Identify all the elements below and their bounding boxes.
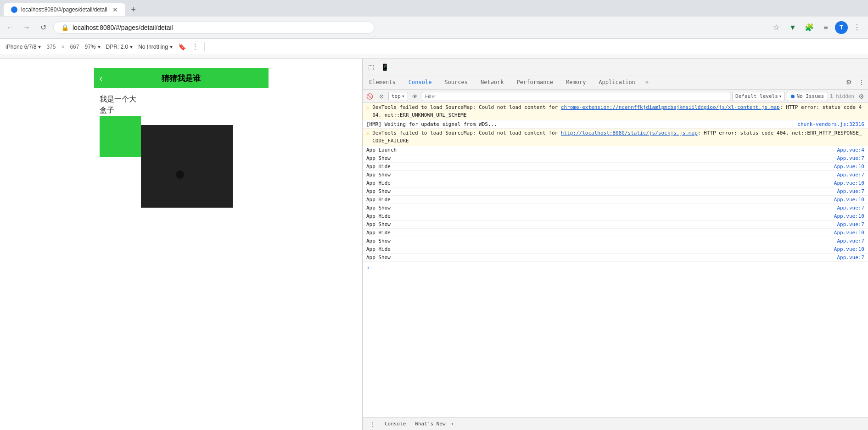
dt-inspect-button[interactable]: ⬚ <box>364 61 377 74</box>
throttle-selector[interactable]: No throttling ▾ <box>138 44 173 50</box>
dark-box <box>141 125 233 208</box>
dpr-selector[interactable]: DPR: 2.0 ▾ <box>106 44 133 50</box>
tab-performance[interactable]: Performance <box>510 75 560 90</box>
console-messages[interactable]: ⚠ DevTools failed to load SourceMap: Cou… <box>363 103 868 417</box>
app-show-7-source[interactable]: App.vue:7 <box>837 255 864 260</box>
console-msg-app-hide-3: App Hide App.vue:10 <box>363 196 868 204</box>
app-show-7-text: App Show <box>366 255 391 260</box>
dt-top-toolbar: ⬚ 📱 <box>363 59 868 75</box>
sourcemap-link-1[interactable]: chrome-extension://ncennffkjdiamlpmcbajk… <box>561 104 780 110</box>
console-msg-app-hide-1: App Hide App.vue:10 <box>363 163 868 171</box>
browser-toolbar: ← → ↺ 🔒 localhost:8080/#/pages/detail/de… <box>0 17 868 39</box>
app-hide-5-source[interactable]: App.vue:10 <box>834 230 864 236</box>
tab-close-icon[interactable]: ✕ <box>112 6 118 13</box>
hmr-source[interactable]: chunk-vendors.js:32316 <box>797 121 864 127</box>
console-settings-button[interactable]: ⚙ <box>856 91 866 102</box>
tab-console[interactable]: Console <box>402 75 438 90</box>
console-filter-input[interactable] <box>422 92 731 101</box>
profile-button[interactable]: T <box>835 21 848 34</box>
new-tab-btn[interactable]: + <box>127 5 140 15</box>
tab-elements[interactable]: Elements <box>363 75 402 90</box>
reload-button[interactable]: ↺ <box>37 21 50 34</box>
devtools-panel: ⬚ 📱 Elements Console Sources Network Per… <box>363 59 868 430</box>
console-input[interactable] <box>373 264 864 271</box>
lock-icon: 🔒 <box>61 24 69 31</box>
console-issues-badge[interactable]: No Issues <box>787 92 828 101</box>
sourcemap-link-2[interactable]: http://localhost:8080/static/js/sockjs.j… <box>561 130 698 136</box>
url-text: localhost:8080/#/pages/detail/detail <box>73 24 173 31</box>
console-context-value: top <box>392 93 401 99</box>
more-button[interactable]: ⋮ <box>850 20 864 35</box>
ruler-bar <box>0 55 868 59</box>
back-button[interactable]: ← <box>4 21 17 34</box>
device-chevron-icon: ▾ <box>38 44 41 50</box>
dt-bottom-console-tab[interactable]: Console <box>381 420 409 428</box>
extension-icon[interactable]: ▼ <box>785 20 800 35</box>
app-show-6-source[interactable]: App.vue:7 <box>837 238 864 244</box>
app-launch-source[interactable]: App.vue:4 <box>837 147 864 153</box>
app-show-3-source[interactable]: App.vue:7 <box>837 188 864 194</box>
dpr-value: DPR: 2.0 <box>106 44 129 50</box>
bookmarks-icon[interactable]: 🔖 <box>178 43 186 51</box>
level-value: Default levels <box>735 93 778 99</box>
dt-bottom-whatsnew-tab[interactable]: What's New <box>411 420 449 428</box>
star-button[interactable]: ☆ <box>769 20 784 35</box>
tab-title: localhost:8080/#/pages/detail/detail <box>21 6 107 13</box>
zoom-level: 97% <box>84 44 95 50</box>
console-eye-button[interactable]: 👁 <box>410 91 420 102</box>
dimension-separator: × <box>61 44 64 50</box>
app-show-5-source[interactable]: App.vue:7 <box>837 221 864 227</box>
tab-memory[interactable]: Memory <box>560 75 592 90</box>
tab-application[interactable]: Application <box>592 75 641 90</box>
app-show-5-text: App Show <box>366 221 391 227</box>
dt-more-button[interactable]: ⋮ <box>855 76 868 89</box>
block-row <box>100 116 233 208</box>
dt-bottom-chevron-icon[interactable]: ▾ <box>451 421 454 426</box>
dt-settings-button[interactable]: ⚙ <box>842 76 855 89</box>
console-prompt: › <box>363 262 868 273</box>
app-hide-4-text: App Hide <box>366 213 391 219</box>
dt-bottom-menu-icon[interactable]: ⋮ <box>366 418 379 430</box>
issues-text: No Issues <box>796 93 824 99</box>
app-hide-6-text: App Hide <box>366 246 391 252</box>
app-launch-text: App Launch <box>366 147 397 153</box>
app-hide-1-text: App Hide <box>366 164 391 170</box>
hidden-count[interactable]: 1 hidden <box>830 93 854 99</box>
dt-tab-more-button[interactable]: » <box>642 75 652 89</box>
app-show-4-source[interactable]: App.vue:7 <box>837 205 864 211</box>
puzzle-button[interactable]: 🧩 <box>802 20 817 35</box>
device-more-button[interactable]: ⋮ <box>191 42 199 51</box>
dot <box>176 170 184 179</box>
dt-tab-bar: Elements Console Sources Network Perform… <box>363 75 868 90</box>
issues-dot <box>791 95 795 98</box>
mobile-back-button[interactable]: ‹ <box>100 73 103 84</box>
console-message-warning-1: ⚠ DevTools failed to load SourceMap: Cou… <box>363 103 868 120</box>
console-msg-app-hide-4: App Hide App.vue:10 <box>363 212 868 221</box>
device-selector[interactable]: iPhone 6/7/8 ▾ <box>6 44 41 50</box>
app-show-2-source[interactable]: App.vue:7 <box>837 172 864 178</box>
console-level-dropdown[interactable]: Default levels ▾ <box>732 92 785 101</box>
address-bar[interactable]: 🔒 localhost:8080/#/pages/detail/detail <box>53 22 375 34</box>
zoom-selector[interactable]: 97% ▾ <box>84 44 100 50</box>
app-hide-4-source[interactable]: App.vue:10 <box>834 213 864 219</box>
forward-button[interactable]: → <box>20 21 33 34</box>
app-hide-3-text: App Hide <box>366 197 391 203</box>
prompt-arrow-icon: › <box>366 264 370 271</box>
tab-sources[interactable]: Sources <box>438 75 474 90</box>
app-hide-1-source[interactable]: App.vue:10 <box>834 164 864 170</box>
app-hide-2-source[interactable]: App.vue:10 <box>834 180 864 186</box>
console-filter-button[interactable]: ⊘ <box>376 91 386 102</box>
browser-tab[interactable]: localhost:8080/#/pages/detail/detail ✕ <box>4 3 125 16</box>
console-msg-app-show-1: App Show App.vue:7 <box>363 154 868 163</box>
console-msg-app-show-5: App Show App.vue:7 <box>363 221 868 229</box>
console-clear-button[interactable]: 🚫 <box>364 91 375 102</box>
console-context-dropdown[interactable]: top ▾ <box>388 92 408 101</box>
app-show-1-text: App Show <box>366 155 391 161</box>
menu-button[interactable]: ≡ <box>818 20 833 35</box>
app-hide-3-source[interactable]: App.vue:10 <box>834 197 864 203</box>
app-hide-6-source[interactable]: App.vue:10 <box>834 246 864 252</box>
mobile-header: ‹ 猜猜我是谁 <box>94 68 269 88</box>
tab-network[interactable]: Network <box>474 75 510 90</box>
dt-device-button[interactable]: 📱 <box>378 61 391 74</box>
app-show-1-source[interactable]: App.vue:7 <box>837 155 864 161</box>
